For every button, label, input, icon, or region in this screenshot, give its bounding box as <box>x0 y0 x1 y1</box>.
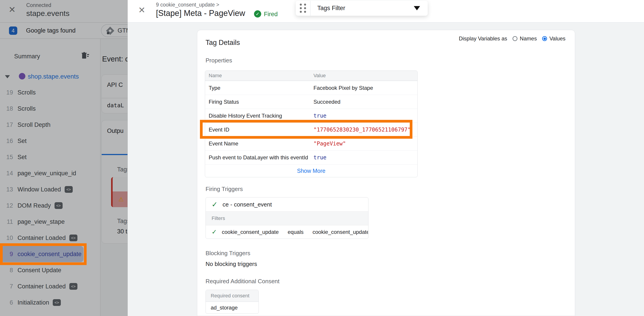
overlay-content: Display Variables as Names Values Tag De… <box>128 23 644 316</box>
display-variables-control: Display Variables as Names Values <box>459 36 566 42</box>
property-row: Push event to DataLayer with this eventI… <box>205 150 417 164</box>
radio-names[interactable] <box>512 36 518 41</box>
show-more-row[interactable]: Show More <box>205 164 417 177</box>
property-row: Event Name "PageView" <box>205 136 417 150</box>
tag-detail-overlay: ✕ 9 cookie_consent_update > [Stape] Meta… <box>128 0 644 316</box>
tags-filter-label: Tags Filter <box>317 5 414 12</box>
tags-filter-dropdown[interactable]: Tags Filter <box>296 1 428 16</box>
fired-badge: Fired <box>264 11 278 18</box>
radio-values[interactable] <box>542 36 547 41</box>
check-icon: ✓ <box>212 228 217 236</box>
required-consent-table: Required consent ad_storage <box>206 290 259 314</box>
properties-table: Name Value Type Facebook Pixel by Stape … <box>205 70 418 177</box>
tag-assistant-screen: ✕ Connected stape.events 4 Google tags f… <box>0 0 644 316</box>
consent-row: ad_storage <box>206 302 258 314</box>
blocking-triggers-empty: No blocking triggers <box>206 260 257 268</box>
show-more-link[interactable]: Show More <box>297 168 325 174</box>
trigger-name: ce - consent_event <box>222 201 272 208</box>
chevron-down-icon <box>414 6 420 10</box>
filters-header: Filters <box>206 212 368 225</box>
firing-trigger-box: ✓ ce - consent_event Filters ✓ cookie_co… <box>206 197 368 239</box>
firing-triggers-heading: Firing Triggers <box>206 186 243 192</box>
close-icon[interactable]: ✕ <box>138 6 146 14</box>
filter-left: cookie_consent_update <box>222 229 279 235</box>
column-name: Name <box>205 73 314 78</box>
dim-overlay <box>0 0 128 316</box>
filter-right: cookie_consent_update <box>312 229 368 235</box>
property-row: Type Facebook Pixel by Stape <box>205 81 417 95</box>
tag-details-card: Display Variables as Names Values Tag De… <box>197 30 575 316</box>
display-variables-label: Display Variables as <box>459 36 507 42</box>
drag-handle-icon[interactable] <box>296 1 310 16</box>
properties-table-header: Name Value <box>205 71 417 81</box>
fired-check-icon: ✓ <box>254 10 261 18</box>
overlay-header: ✕ 9 cookie_consent_update > [Stape] Meta… <box>128 0 644 23</box>
trigger-row[interactable]: ✓ ce - consent_event <box>206 198 368 212</box>
properties-heading: Properties <box>206 57 232 64</box>
required-consent-heading: Required Additional Consent <box>206 278 280 285</box>
property-row: Firing Status Succeeded <box>205 95 417 108</box>
blocking-triggers-heading: Blocking Triggers <box>206 250 250 257</box>
property-row-event-id: Event ID "1770652830230_17706521106797" <box>205 122 417 136</box>
property-row: Disable History Event Tracking true <box>205 108 417 122</box>
radio-names-label[interactable]: Names <box>520 36 537 42</box>
check-icon: ✓ <box>212 200 218 209</box>
filter-row: ✓ cookie_consent_update equals cookie_co… <box>206 225 368 238</box>
tag-title: [Stape] Meta - PageView <box>156 8 245 18</box>
filter-operator: equals <box>288 229 304 235</box>
column-value: Value <box>314 73 326 78</box>
tag-details-title: Tag Details <box>206 38 240 47</box>
breadcrumb[interactable]: 9 cookie_consent_update > <box>156 2 219 8</box>
radio-values-label[interactable]: Values <box>549 36 566 42</box>
consent-column-header: Required consent <box>206 290 258 302</box>
